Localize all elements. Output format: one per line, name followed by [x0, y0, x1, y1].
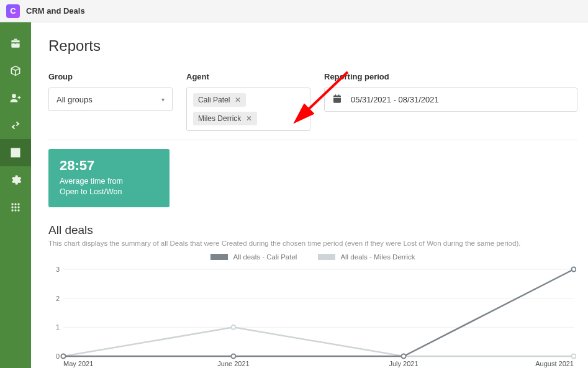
page-title: Reports — [48, 37, 577, 55]
metric-card: 28:57 Average time from Open to Lost/Won — [48, 149, 170, 207]
svg-point-0 — [11, 203, 13, 205]
svg-point-21 — [61, 354, 66, 358]
sidebar — [0, 22, 31, 368]
nav-apps[interactable] — [0, 194, 31, 221]
nav-package[interactable] — [0, 57, 31, 84]
legend-label: All deals - Miles Derrick — [340, 253, 415, 261]
svg-point-6 — [11, 209, 13, 211]
agent-tag: Miles Derrick ✕ — [193, 112, 257, 125]
chart-icon — [9, 146, 22, 159]
transfer-icon — [9, 119, 22, 132]
legend-item: All deals - Cali Patel — [210, 253, 297, 261]
legend-label: All deals - Cali Patel — [233, 253, 297, 261]
svg-text:May 2021: May 2021 — [63, 360, 93, 367]
main-content: Reports Group All groups ▾ Agent Cali Pa… — [31, 22, 588, 368]
chevron-down-icon: ▾ — [161, 96, 165, 103]
divider — [48, 140, 577, 140]
agent-tag-name: Miles Derrick — [198, 114, 241, 123]
group-label: Group — [48, 72, 173, 81]
svg-point-18 — [232, 325, 236, 330]
svg-point-24 — [572, 267, 576, 271]
briefcase-icon — [9, 37, 22, 50]
filter-row: Group All groups ▾ Agent Cali Patel ✕ — [48, 72, 577, 131]
package-icon — [9, 65, 22, 77]
filter-period: Reporting period 05/31/2021 - 08/31/2021 — [324, 72, 577, 131]
user-plus-icon — [9, 92, 22, 104]
svg-point-22 — [232, 354, 236, 358]
section-subtitle: This chart displays the summary of all D… — [48, 240, 577, 247]
metric-value: 28:57 — [60, 158, 158, 174]
svg-point-7 — [14, 209, 16, 211]
chevron-down-icon: ▾ — [301, 106, 304, 113]
legend-item: All deals - Miles Derrick — [318, 253, 415, 261]
svg-point-23 — [402, 354, 406, 358]
svg-text:July 2021: July 2021 — [389, 360, 418, 367]
metric-label: Average time from Open to Lost/Won — [60, 176, 158, 197]
remove-tag-icon[interactable]: ✕ — [246, 115, 252, 122]
topbar: C CRM and Deals — [0, 0, 588, 22]
calendar-icon — [332, 94, 342, 105]
period-select[interactable]: 05/31/2021 - 08/31/2021 — [324, 88, 577, 112]
nav-user-add[interactable] — [0, 84, 31, 112]
agent-tag-name: Cali Patel — [198, 96, 230, 104]
legend-swatch — [318, 254, 335, 260]
svg-text:August 2021: August 2021 — [535, 360, 574, 367]
svg-point-20 — [572, 354, 576, 358]
agent-select[interactable]: Cali Patel ✕ Miles Derrick ✕ ▾ — [186, 88, 310, 131]
svg-text:0: 0 — [56, 352, 60, 360]
svg-point-1 — [14, 203, 16, 205]
svg-point-4 — [14, 206, 16, 208]
nav-reports[interactable] — [0, 139, 31, 166]
filter-agent: Agent Cali Patel ✕ Miles Derrick ✕ ▾ — [186, 72, 310, 131]
filter-group: Group All groups ▾ — [48, 72, 173, 131]
apps-grid-icon — [9, 201, 22, 213]
app-title: CRM and Deals — [26, 6, 85, 16]
agent-tags: Cali Patel ✕ Miles Derrick ✕ — [193, 93, 297, 125]
section-title: All deals — [48, 223, 577, 237]
period-label: Reporting period — [324, 72, 577, 81]
app-logo: C — [6, 4, 20, 18]
nav-transfer[interactable] — [0, 112, 31, 139]
svg-text:3: 3 — [56, 266, 60, 273]
svg-text:2: 2 — [56, 294, 60, 302]
svg-point-8 — [17, 209, 19, 211]
svg-text:1: 1 — [56, 323, 60, 331]
svg-point-5 — [17, 206, 19, 208]
chart-legend: All deals - Cali Patel All deals - Miles… — [48, 253, 577, 261]
gear-icon — [9, 174, 22, 186]
period-value: 05/31/2021 - 08/31/2021 — [351, 95, 439, 104]
agent-label: Agent — [186, 72, 310, 81]
group-value: All groups — [57, 95, 93, 104]
legend-swatch — [210, 254, 228, 260]
chart: 0123May 2021June 2021July 2021August 202… — [48, 264, 576, 368]
svg-point-3 — [11, 206, 13, 208]
svg-text:June 2021: June 2021 — [217, 360, 249, 367]
nav-settings[interactable] — [0, 166, 31, 194]
nav-briefcase[interactable] — [0, 30, 31, 57]
remove-tag-icon[interactable]: ✕ — [235, 96, 241, 104]
group-select[interactable]: All groups ▾ — [48, 88, 173, 111]
svg-point-2 — [17, 203, 19, 205]
agent-tag: Cali Patel ✕ — [193, 93, 246, 107]
